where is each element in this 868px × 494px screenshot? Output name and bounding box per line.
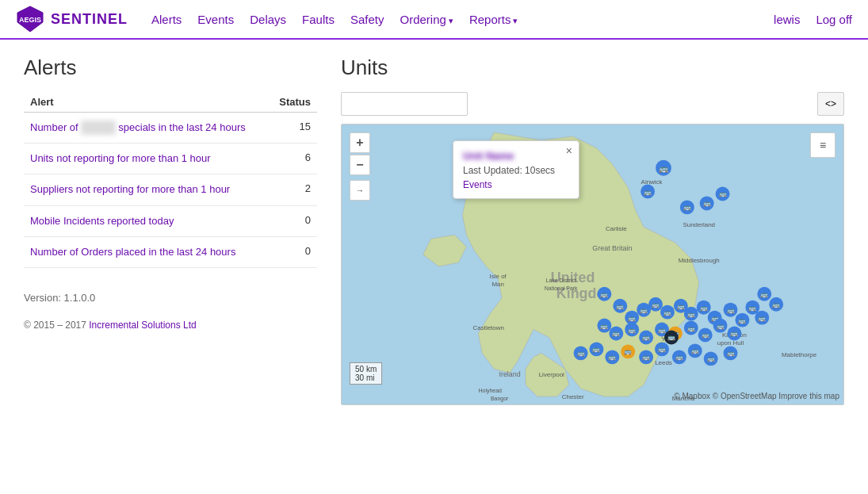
right-panel: Units <> United Kingdo Great Britain Ire… <box>341 56 844 405</box>
map-expand-button[interactable]: <> <box>817 92 844 116</box>
svg-text:upon Hull: upon Hull <box>717 339 744 347</box>
map-search-input[interactable] <box>341 92 468 116</box>
svg-text:Castletown: Castletown <box>473 324 504 331</box>
svg-text:🚌: 🚌 <box>658 326 666 334</box>
table-row: Mobile Incidents reported today0 <box>24 205 317 236</box>
svg-text:Lake District: Lake District <box>546 278 576 283</box>
svg-text:🚌: 🚌 <box>700 304 708 312</box>
svg-text:🚌: 🚌 <box>624 347 632 355</box>
alert-status: 0 <box>270 205 317 236</box>
svg-text:🚌: 🚌 <box>691 347 699 354</box>
map-container: United Kingdo Great Britain Ireland Alnw… <box>341 124 844 405</box>
svg-text:Liverpool: Liverpool <box>539 371 564 378</box>
alert-label[interactable]: Suppliers not reporting for more than 1 … <box>24 174 270 205</box>
alert-label[interactable]: Units not reporting for more than 1 hour <box>24 144 270 174</box>
zoom-arrow-button[interactable]: → <box>350 180 370 201</box>
svg-text:🚌: 🚌 <box>659 163 669 174</box>
nav-delays[interactable]: Delays <box>250 9 286 30</box>
nav-safety[interactable]: Safety <box>350 9 384 30</box>
svg-text:Isle of: Isle of <box>490 273 507 280</box>
svg-text:🚌: 🚌 <box>772 301 780 308</box>
map-background: United Kingdo Great Britain Ireland Alnw… <box>342 124 843 404</box>
svg-text:AEGIS: AEGIS <box>19 16 41 24</box>
svg-text:🚌: 🚌 <box>717 322 725 330</box>
svg-text:🚌: 🚌 <box>612 329 620 337</box>
svg-text:🚌: 🚌 <box>652 301 660 308</box>
svg-text:Ireland: Ireland <box>499 370 520 378</box>
svg-text:🚌: 🚌 <box>677 302 685 310</box>
svg-text:🚌: 🚌 <box>727 306 735 314</box>
logo-shield-icon: AEGIS <box>16 5 44 33</box>
svg-text:Chester: Chester <box>562 393 584 400</box>
svg-text:🚌: 🚌 <box>642 353 650 361</box>
svg-text:🚌: 🚌 <box>675 353 683 361</box>
svg-text:Alnwick: Alnwick <box>641 178 663 186</box>
svg-text:🚌: 🚌 <box>663 308 671 316</box>
popup-unit-title: Unit Name <box>463 150 526 162</box>
user-name: lewis <box>774 13 800 26</box>
svg-text:Great Britain: Great Britain <box>592 244 632 252</box>
popup-close-button[interactable]: × <box>566 144 572 157</box>
svg-text:🚌: 🚌 <box>592 345 600 353</box>
svg-text:🚌: 🚌 <box>608 353 616 361</box>
map-layers-button[interactable]: ≡ <box>810 132 835 158</box>
svg-text:🚌: 🚌 <box>719 190 727 197</box>
map-attribution: © Mapbox © OpenStreetMap Improve this ma… <box>674 392 839 400</box>
header-right: lewis Log off <box>774 13 852 26</box>
svg-text:🚌: 🚌 <box>738 316 746 324</box>
table-row: Units not reporting for more than 1 hour… <box>24 144 317 174</box>
svg-text:🚌: 🚌 <box>667 333 675 341</box>
nav-faults[interactable]: Faults <box>302 9 335 30</box>
svg-text:🚌: 🚌 <box>600 290 608 298</box>
alert-status: 2 <box>270 174 317 205</box>
popup-last-updated: Last Updated: 10secs <box>463 165 569 176</box>
svg-text:🚌: 🚌 <box>702 331 709 339</box>
table-row: Number of Orders placed in the last 24 h… <box>24 236 317 267</box>
svg-text:Carlisle: Carlisle <box>606 225 627 232</box>
alerts-title: Alerts <box>24 56 317 80</box>
alert-label[interactable]: Number of XXXXX specials in the last 24 … <box>24 113 270 144</box>
layers-icon: ≡ <box>820 139 826 151</box>
svg-text:🚌: 🚌 <box>628 314 636 322</box>
svg-text:Holyhead: Holyhead <box>479 388 503 394</box>
svg-text:🚌: 🚌 <box>748 304 756 312</box>
left-panel: Alerts Alert Status Number of XXXXX spec… <box>24 56 317 405</box>
svg-text:Bangor: Bangor <box>491 396 509 402</box>
svg-text:🚌: 🚌 <box>658 345 666 353</box>
svg-text:🚌: 🚌 <box>644 188 652 196</box>
svg-text:🚌: 🚌 <box>683 203 691 211</box>
svg-text:🚌: 🚌 <box>640 306 648 314</box>
nav-reports[interactable]: Reports <box>469 9 518 30</box>
col-status: Status <box>270 92 317 113</box>
main-nav: Alerts Events Delays Faults Safety Order… <box>151 9 774 30</box>
svg-text:🚌: 🚌 <box>577 349 585 357</box>
popup-events-link[interactable]: Events <box>463 179 569 190</box>
svg-text:🚌: 🚌 <box>616 302 624 310</box>
alert-label[interactable]: Mobile Incidents reported today <box>24 205 270 236</box>
nav-alerts[interactable]: Alerts <box>151 9 182 30</box>
svg-text:🚌: 🚌 <box>642 333 650 341</box>
alert-status: 15 <box>270 113 317 144</box>
nav-events[interactable]: Events <box>197 9 234 30</box>
footer-copyright: © 2015 – 2017 Incremental Solutions Ltd <box>24 320 317 331</box>
svg-text:🚌: 🚌 <box>687 324 695 332</box>
svg-text:🚌: 🚌 <box>628 326 636 334</box>
alert-label[interactable]: Number of Orders placed in the last 24 h… <box>24 236 270 267</box>
svg-text:🚌: 🚌 <box>758 314 766 322</box>
svg-text:🚌: 🚌 <box>703 199 711 207</box>
nav-ordering[interactable]: Ordering <box>400 9 453 30</box>
map-controls: <> <box>341 92 844 116</box>
svg-text:🚌: 🚌 <box>760 290 768 298</box>
logo-text: SENTINEL <box>51 11 128 28</box>
zoom-in-button[interactable]: + <box>350 132 370 153</box>
map-scale: 50 km 30 mi <box>350 362 382 385</box>
company-link[interactable]: Incremental Solutions Ltd <box>89 320 196 331</box>
svg-text:Sunderland: Sunderland <box>683 221 715 228</box>
zoom-out-button[interactable]: − <box>350 155 370 175</box>
svg-text:🚌: 🚌 <box>730 329 738 337</box>
units-title: Units <box>341 56 844 80</box>
svg-text:Middlesbrough: Middlesbrough <box>679 257 720 264</box>
svg-text:Leeds: Leeds <box>655 359 672 366</box>
svg-text:Mablethorpe: Mablethorpe <box>782 351 817 358</box>
logoff-button[interactable]: Log off <box>816 13 852 26</box>
